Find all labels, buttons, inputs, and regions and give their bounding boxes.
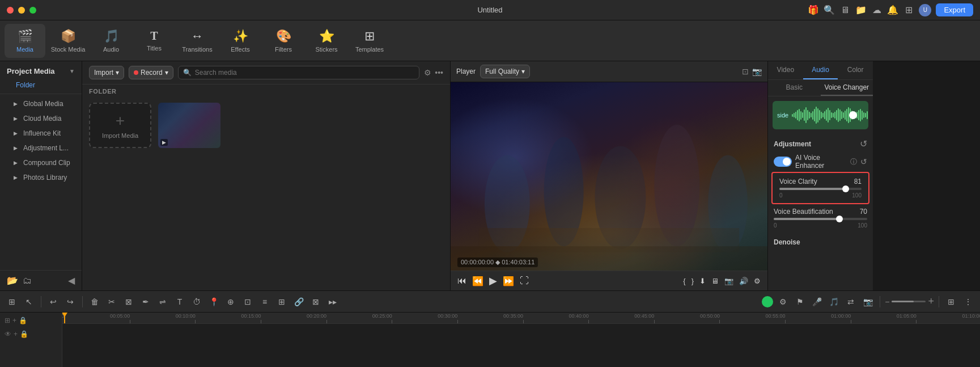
playhead[interactable] (64, 313, 65, 323)
more-options-icon[interactable]: ⋮ (961, 294, 975, 309)
tab-color[interactable]: Color (838, 61, 873, 79)
fullscreen-player-icon[interactable]: ⛶ (520, 276, 529, 286)
undo-tool[interactable]: ↩ (46, 294, 61, 309)
track-tool[interactable]: ≡ (257, 294, 272, 309)
toolbar-item-filters[interactable]: 🎨 Filters (263, 24, 304, 58)
export-button[interactable]: Export (936, 3, 973, 16)
record-timeline-button[interactable] (762, 296, 773, 307)
media-thumbnail-1[interactable]: ▶ (158, 103, 220, 148)
mic-icon[interactable]: 🎤 (809, 294, 824, 309)
track-lock-icon[interactable]: 🔒 (19, 317, 27, 324)
pen-tool[interactable]: ✒ (138, 294, 153, 309)
select-tool[interactable]: ⊞ (5, 294, 19, 309)
split-tool[interactable]: ⊠ (121, 294, 136, 309)
zoom-out-icon[interactable]: − (885, 297, 889, 306)
link-tool[interactable]: 🔗 (291, 294, 306, 309)
step-forward-icon[interactable]: ⏩ (503, 276, 514, 286)
in-point-icon[interactable]: { (683, 277, 685, 285)
crop-tool[interactable]: ⊠ (308, 294, 323, 309)
voice-beautification-thumb[interactable] (836, 216, 843, 222)
folder-icon[interactable]: 📁 (855, 5, 867, 16)
search-input[interactable] (195, 69, 415, 77)
zoom-slider[interactable] (892, 301, 926, 302)
info-icon[interactable]: ⓘ (850, 157, 857, 167)
grid-icon[interactable]: ⊞ (903, 5, 914, 16)
toolbar-item-audio[interactable]: 🎵 Audio (91, 24, 131, 58)
reset-adjustment-icon[interactable]: ↺ (860, 138, 867, 149)
sidebar-item-photos-library[interactable]: ▶ Photos Library (0, 170, 82, 185)
sidebar-item-global-media[interactable]: ▶ Global Media (0, 96, 82, 111)
step-back-icon[interactable]: ⏪ (472, 276, 483, 286)
tab-audio[interactable]: Audio (803, 61, 838, 79)
aspect-ratio-icon[interactable]: ⊡ (742, 67, 749, 76)
sidebar-folder[interactable]: Folder (0, 79, 82, 91)
media-search-box[interactable]: 🔍 (178, 66, 420, 79)
snap-tool[interactable]: ⊕ (223, 294, 238, 309)
track-lock-2-icon[interactable]: 🔒 (20, 330, 28, 338)
play-icon[interactable]: ▶ (489, 275, 497, 287)
audio-tool[interactable]: ⊡ (240, 294, 255, 309)
settings-timeline-icon[interactable]: ⚙ (775, 294, 790, 309)
import-media-button[interactable]: + Import Media (89, 103, 151, 148)
cut-tool[interactable]: ✂ (104, 294, 119, 309)
redo-tool[interactable]: ↪ (63, 294, 78, 309)
voice-clarity-track[interactable] (779, 188, 862, 190)
track-add-icon[interactable]: + (12, 317, 16, 324)
waveform-playhead-knob[interactable] (849, 111, 857, 119)
bell-icon[interactable]: 🔔 (887, 5, 898, 16)
tracks-panel-icon[interactable]: ⊞ (944, 294, 958, 309)
track-eye-icon[interactable]: 👁 (5, 330, 11, 338)
cursor-tool[interactable]: ↖ (22, 294, 36, 309)
speed-tool[interactable]: ⏱ (189, 294, 204, 309)
sidebar-collapse-icon[interactable]: ◀ (68, 275, 75, 286)
cloud-icon[interactable]: ☁ (871, 5, 883, 16)
delete-tool[interactable]: 🗑 (87, 294, 102, 309)
toolbar-item-stickers[interactable]: ⭐ Stickers (306, 24, 347, 58)
toolbar-item-effects[interactable]: ✨ Effects (220, 24, 261, 58)
import-dropdown[interactable]: Import ▾ (89, 66, 124, 79)
monitor-icon[interactable]: 🖥 (839, 5, 851, 16)
avatar-icon[interactable]: U (919, 4, 931, 16)
close-button[interactable] (7, 7, 14, 14)
toolbar-item-media[interactable]: 🎬 Media (5, 24, 45, 58)
quality-dropdown[interactable]: Full Quality ▾ (480, 65, 530, 78)
toolbar-item-titles[interactable]: T Titles (134, 24, 175, 58)
text-tool[interactable]: T (172, 294, 187, 309)
detach-tool[interactable]: ⊞ (274, 294, 289, 309)
sidebar-item-influence-kit[interactable]: ▶ Influence Kit (0, 126, 82, 141)
voice-clarity-thumb[interactable] (842, 185, 849, 192)
toolbar-item-stock[interactable]: 📦 Stock Media (48, 24, 88, 58)
add-folder-icon[interactable]: 📂 (7, 275, 18, 286)
out-point-icon[interactable]: } (691, 277, 694, 285)
zoom-in-icon[interactable]: + (928, 296, 934, 307)
filter-icon[interactable]: ⚙ (424, 68, 431, 77)
record-dropdown[interactable]: Record ▾ (129, 66, 173, 79)
voice-beautification-track[interactable] (774, 218, 867, 220)
sidebar-item-cloud-media[interactable]: ▶ Cloud Media (0, 111, 82, 126)
gift-icon[interactable]: 🎁 (808, 5, 819, 16)
more-icon[interactable]: ••• (435, 68, 443, 77)
tab-video[interactable]: Video (768, 61, 803, 79)
search-icon[interactable]: 🔍 (824, 5, 835, 16)
new-folder-icon[interactable]: 🗂 (23, 276, 32, 286)
audio-track-icon[interactable]: 🎵 (826, 294, 841, 309)
fullscreen-button[interactable] (29, 7, 36, 14)
track-video-icon[interactable]: ⊞ (5, 317, 10, 324)
photo-icon[interactable]: 📷 (860, 294, 875, 309)
snapshot-ctrl-icon[interactable]: 📷 (724, 277, 733, 285)
toolbar-item-transitions[interactable]: ↔ Transitions (177, 24, 218, 58)
snapshot-icon[interactable]: 📷 (752, 67, 762, 76)
insert-icon[interactable]: ⬇ (699, 277, 706, 285)
flag-icon[interactable]: ⚑ (792, 294, 807, 309)
marker-tool[interactable]: 📍 (206, 294, 221, 309)
subtab-basic[interactable]: Basic (768, 80, 821, 96)
connect-tool[interactable]: ⇌ (155, 294, 170, 309)
track-add-2-icon[interactable]: + (14, 330, 18, 338)
more-tool[interactable]: ▸▸ (325, 294, 340, 309)
ai-voice-enhancer-toggle[interactable] (774, 157, 792, 167)
monitor-out-icon[interactable]: 🖥 (711, 277, 719, 285)
toolbar-item-templates[interactable]: ⊞ Templates (349, 24, 390, 58)
minimize-button[interactable] (18, 7, 25, 14)
volume-icon[interactable]: 🔊 (739, 277, 748, 285)
subtab-voice-changer[interactable]: Voice Changer (821, 80, 873, 96)
